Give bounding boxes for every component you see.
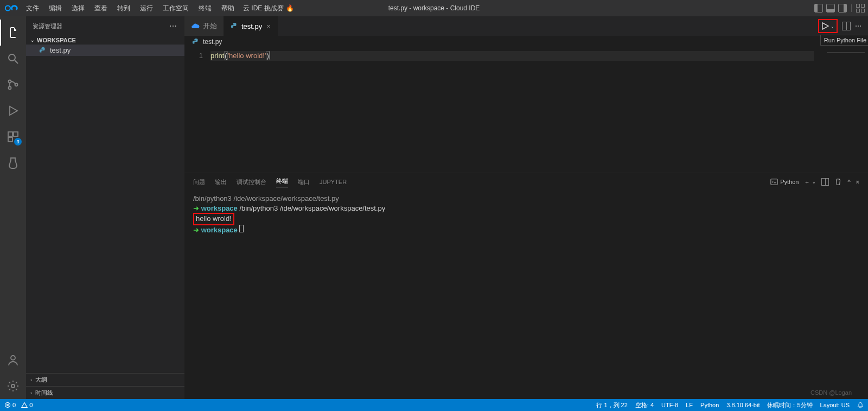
status-eol[interactable]: LF xyxy=(686,402,693,408)
gutter: 1 xyxy=(184,48,210,173)
terminal-line: ➜ workspace xyxy=(193,225,859,235)
code-token-string: 'hello wrold!' xyxy=(228,52,266,60)
status-layout[interactable]: Layout: US xyxy=(820,402,850,408)
menu-terminal[interactable]: 终端 xyxy=(194,2,216,15)
status-spaces[interactable]: 空格: 4 xyxy=(635,401,654,409)
python-file-icon xyxy=(192,38,200,46)
menu-select[interactable]: 选择 xyxy=(67,2,89,15)
activity-testing[interactable] xyxy=(0,150,26,176)
svg-marker-5 xyxy=(10,106,17,115)
chevron-down-icon: ⌄ xyxy=(30,37,35,43)
app-logo xyxy=(3,3,18,13)
run-python-button[interactable]: ⌄ xyxy=(818,19,838,33)
split-terminal-icon[interactable] xyxy=(821,178,829,186)
terminal-line: /bin/python3 /ide/workspace/workspace/te… xyxy=(193,194,859,204)
cursor xyxy=(270,51,270,59)
minimap[interactable] xyxy=(814,48,868,173)
python-file-icon xyxy=(231,22,238,30)
prompt-arrow-icon: ➜ xyxy=(193,204,201,212)
activity-search[interactable] xyxy=(0,46,26,72)
terminal-command: /bin/python3 /ide/workspace/workspace/te… xyxy=(239,204,385,212)
panel-right-icon[interactable] xyxy=(838,4,847,12)
outline-label: 大纲 xyxy=(35,376,47,384)
activity-account[interactable] xyxy=(0,347,26,373)
workspace-label: WORKSPACE xyxy=(37,37,76,43)
new-terminal-button[interactable]: ＋⌄ xyxy=(804,178,816,186)
play-icon xyxy=(821,22,829,30)
chevron-down-icon[interactable]: ⌄ xyxy=(831,24,834,29)
panel-tab-debug[interactable]: 调试控制台 xyxy=(237,178,266,186)
kill-terminal-icon[interactable] xyxy=(834,178,842,186)
watermark: CSDN @Logan xyxy=(810,389,852,396)
status-cursor[interactable]: 行 1，列 22 xyxy=(596,401,627,409)
challenge-link[interactable]: 云 IDE 挑战赛 🔥 xyxy=(243,4,294,13)
menu-view[interactable]: 查看 xyxy=(90,2,112,15)
activity-scm[interactable] xyxy=(0,72,26,98)
close-panel-icon[interactable]: × xyxy=(856,179,859,185)
status-language[interactable]: Python xyxy=(700,402,719,408)
panel-left-icon[interactable] xyxy=(814,4,823,12)
window-title: test.py - workspace - Cloud IDE xyxy=(388,4,480,12)
svg-point-2 xyxy=(9,80,11,83)
python-file-icon xyxy=(39,47,47,54)
panel-bottom-icon[interactable] xyxy=(826,4,835,12)
status-warnings[interactable]: 0 xyxy=(21,402,33,408)
menu-edit[interactable]: 编辑 xyxy=(44,2,66,15)
code-editor[interactable]: 1 print('hello wrold!') xyxy=(184,48,868,173)
panel-tab-ports[interactable]: 端口 xyxy=(298,178,310,186)
activity-run[interactable] xyxy=(0,98,26,124)
separator xyxy=(851,4,852,12)
file-name: test.py xyxy=(50,46,71,54)
terminal-line: ➜ workspace /bin/python3 /ide/workspace/… xyxy=(193,204,859,213)
code-content[interactable]: print('hello wrold!') xyxy=(210,48,814,173)
terminal-shell-selector[interactable]: Python xyxy=(770,178,799,186)
panel-tabs: 问题 输出 调试控制台 终端 端口 JUPYTER Python ＋⌄ ^ × xyxy=(184,173,868,191)
sidebar-header: 资源管理器 ⋯ xyxy=(26,16,184,36)
svg-line-1 xyxy=(15,60,18,64)
status-errors[interactable]: 0 xyxy=(4,402,16,408)
more-actions-icon[interactable]: ⋯ xyxy=(855,22,863,30)
workspace-header[interactable]: ⌄ WORKSPACE xyxy=(26,36,184,45)
run-tooltip: Run Python File xyxy=(820,35,868,46)
chevron-right-icon: › xyxy=(30,390,32,396)
file-tree-item[interactable]: test.py xyxy=(26,45,184,56)
panel-tab-problems[interactable]: 问题 xyxy=(193,178,205,186)
menu-goto[interactable]: 转到 xyxy=(113,2,135,15)
warning-count: 0 xyxy=(29,402,33,408)
panel: 问题 输出 调试控制台 终端 端口 JUPYTER Python ＋⌄ ^ × xyxy=(184,173,868,399)
timeline-section[interactable]: › 时间线 xyxy=(26,386,184,399)
menu-workspace[interactable]: 工作空间 xyxy=(158,2,193,15)
menu-help[interactable]: 帮助 xyxy=(217,2,239,15)
panel-tab-output[interactable]: 输出 xyxy=(215,178,227,186)
activity-settings[interactable] xyxy=(0,373,26,399)
tab-file[interactable]: test.py × xyxy=(224,16,278,36)
status-idle[interactable]: 休眠时间：5分钟 xyxy=(767,401,812,409)
code-token-fn: print xyxy=(210,52,224,60)
status-encoding[interactable]: UTF-8 xyxy=(661,402,678,408)
error-count: 0 xyxy=(12,402,16,408)
status-bell-icon[interactable] xyxy=(857,402,864,408)
maximize-panel-icon[interactable]: ^ xyxy=(847,179,850,185)
close-icon[interactable]: × xyxy=(266,22,271,30)
extensions-badge: 3 xyxy=(14,138,22,146)
outline-section[interactable]: › 大纲 xyxy=(26,373,184,386)
layout-grid-icon[interactable] xyxy=(856,4,865,12)
menu-file[interactable]: 文件 xyxy=(22,2,43,15)
status-python-version[interactable]: 3.8.10 64-bit xyxy=(726,402,760,408)
sidebar-more-icon[interactable]: ⋯ xyxy=(169,22,178,30)
svg-point-0 xyxy=(9,54,15,61)
terminal-cursor xyxy=(239,225,244,232)
activity-extensions[interactable]: 3 xyxy=(0,124,26,150)
menu-run[interactable]: 运行 xyxy=(136,2,157,15)
tab-start[interactable]: 开始 xyxy=(184,16,224,36)
editor-main: 开始 test.py × ⌄ ⋯ Run Python File test.py xyxy=(184,16,868,399)
panel-tab-jupyter[interactable]: JUPYTER xyxy=(320,179,347,185)
terminal[interactable]: /bin/python3 /ide/workspace/workspace/te… xyxy=(184,191,868,399)
prompt-path: workspace xyxy=(201,204,238,212)
activity-explorer[interactable] xyxy=(0,20,26,46)
split-editor-icon[interactable] xyxy=(842,22,851,30)
sidebar: 资源管理器 ⋯ ⌄ WORKSPACE test.py › 大纲 › 时间线 xyxy=(26,16,184,399)
panel-tab-terminal[interactable]: 终端 xyxy=(276,177,288,187)
svg-rect-6 xyxy=(8,132,12,136)
breadcrumb[interactable]: test.py xyxy=(184,36,868,48)
